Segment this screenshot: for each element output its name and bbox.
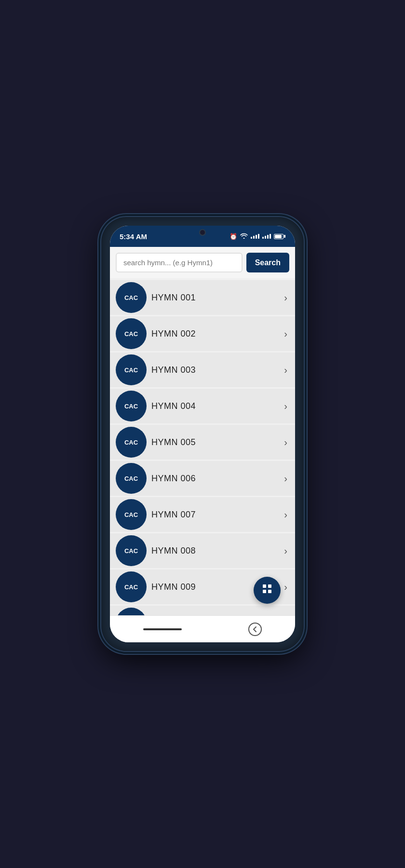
search-container: Search [110,247,295,278]
svg-rect-1 [268,584,271,588]
chevron-right-icon: › [284,545,287,556]
list-item[interactable]: CAC HYMN 001 › [110,280,295,315]
list-item[interactable]: CAC HYMN 010 › [110,606,295,615]
list-item[interactable]: CAC HYMN 004 › [110,389,295,423]
signal-bars-2 [262,234,271,239]
camera-notch [188,226,217,239]
search-button[interactable]: Search [246,253,289,272]
hymn-title: HYMN 005 [151,437,284,448]
list-item[interactable]: CAC HYMN 002 › [110,316,295,351]
status-icons: ⏰ [230,232,285,240]
svg-rect-2 [263,590,266,593]
cac-badge: CAC [116,391,147,421]
list-item[interactable]: CAC HYMN 008 › [110,533,295,568]
cac-badge: CAC [116,427,147,458]
alarm-icon: ⏰ [230,233,237,240]
cac-badge: CAC [116,463,147,494]
hymn-title: HYMN 001 [151,293,284,303]
bottom-nav [110,615,295,642]
cac-badge: CAC [116,499,147,530]
hymn-title: HYMN 008 [151,546,284,556]
battery-icon [274,234,285,239]
svg-rect-0 [263,584,266,588]
cac-badge: CAC [116,318,147,349]
list-item[interactable]: CAC HYMN 006 › [110,461,295,496]
hymn-title: HYMN 006 [151,474,284,484]
grid-view-fab[interactable] [254,577,281,604]
chevron-right-icon: › [284,582,287,593]
search-input[interactable] [116,253,243,272]
chevron-right-icon: › [284,365,287,376]
chevron-right-icon: › [284,328,287,339]
wifi-icon [240,232,248,240]
list-item[interactable]: CAC HYMN 007 › [110,497,295,532]
phone-screen: 5:34 AM ⏰ [110,226,295,642]
home-indicator[interactable] [143,628,182,630]
cac-badge: CAC [116,354,147,385]
svg-rect-3 [268,590,271,593]
back-button[interactable] [248,623,262,636]
hymn-list: CAC HYMN 001 › CAC HYMN 002 › CAC HYMN 0… [110,278,295,615]
cac-badge: CAC [116,535,147,566]
chevron-right-icon: › [284,401,287,412]
phone-frame: 5:34 AM ⏰ [101,217,304,651]
grid-icon [261,583,273,597]
chevron-right-icon: › [284,473,287,484]
cac-badge: CAC [116,571,147,602]
cac-badge: CAC [116,282,147,313]
chevron-right-icon: › [284,292,287,303]
chevron-right-icon: › [284,437,287,448]
cac-badge: CAC [116,608,147,615]
hymn-title: HYMN 002 [151,329,284,339]
list-item[interactable]: CAC HYMN 003 › [110,353,295,387]
status-time: 5:34 AM [120,232,147,241]
hymn-title: HYMN 003 [151,365,284,375]
list-item[interactable]: CAC HYMN 005 › [110,425,295,460]
hymn-title: HYMN 007 [151,510,284,520]
camera-dot [199,229,206,236]
chevron-right-icon: › [284,509,287,520]
hymn-title: HYMN 004 [151,401,284,411]
signal-bars-1 [251,234,259,239]
